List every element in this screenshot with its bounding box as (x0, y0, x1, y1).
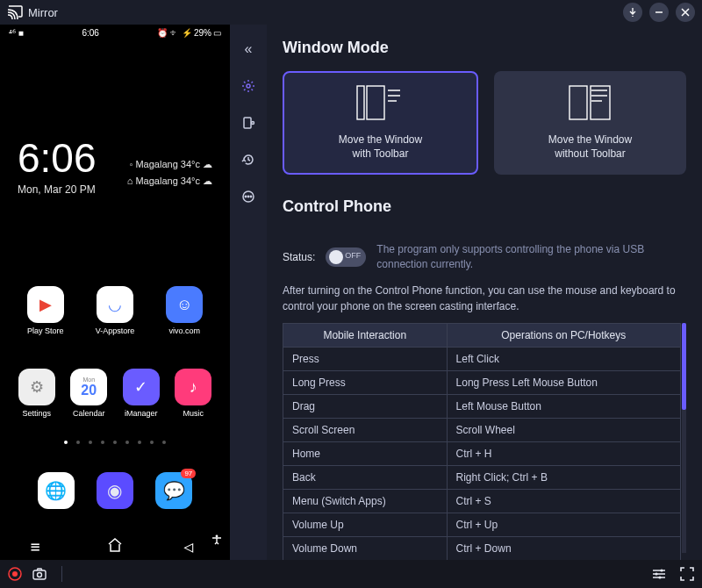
phone-navbar: ≡ ◁ (0, 537, 230, 553)
battery-icon: ▭ (213, 28, 221, 38)
windowmode-with-toolbar[interactable]: Move the Window with Toolbar (283, 71, 478, 175)
table-cell: Menu (Switch Apps) (283, 489, 448, 513)
app-icon: ▶ (27, 286, 64, 323)
controls-button[interactable] (651, 566, 667, 582)
controlphone-desc: After turning on the Control Phone funct… (283, 283, 686, 314)
table-cell: Ctrl + Up (447, 513, 680, 536)
scrollbar-thumb[interactable] (682, 323, 686, 411)
table-cell: Ctrl + H (447, 441, 680, 465)
titlebar: Mirror (0, 0, 702, 25)
sidebar-item-settings[interactable] (236, 74, 261, 98)
fullscreen-icon (679, 566, 695, 582)
sidebar-item-more[interactable] (236, 184, 261, 209)
table-cell: Ctrl + Down (447, 536, 680, 560)
table-cell: Scroll Wheel (447, 418, 680, 441)
statusbar-time: 6:06 (82, 28, 98, 38)
table-cell: Long Press Left Mouse Button (447, 370, 680, 394)
status-message: The program only supports controlling th… (376, 242, 686, 272)
menu-icon[interactable]: ≡ (31, 537, 47, 553)
windowmode-without-toolbar[interactable]: Move the Window without Toolbar (494, 71, 686, 175)
statusbar-icons: ⏰ ᯤ ⚡ (157, 28, 192, 38)
app-icon: ✓ (123, 369, 160, 405)
page-dot (76, 441, 80, 444)
cast-icon (7, 5, 23, 19)
controlphone-toggle[interactable]: OFF (326, 247, 366, 267)
toggle-knob (329, 250, 343, 264)
page-dot (138, 441, 141, 444)
windowmode-title: Window Mode (283, 39, 686, 57)
battery-percent: 29% (194, 28, 211, 38)
sidebar-collapse[interactable]: « (236, 37, 261, 61)
home-icon[interactable] (107, 537, 123, 553)
settings-sidebar: « (230, 25, 267, 560)
app-item[interactable]: ▶Play Store (21, 286, 70, 335)
app-item[interactable]: ♪Music (168, 369, 218, 418)
app-item[interactable]: ⚙Settings (12, 369, 61, 418)
app-item[interactable]: Mon20Calendar (64, 369, 113, 418)
table-row: Scroll ScreenScroll Wheel (283, 418, 681, 441)
svg-point-18 (658, 576, 661, 578)
sidebar-item-record[interactable] (236, 111, 261, 135)
dock-icon[interactable]: 💬97 (155, 472, 192, 509)
app-logo: Mirror (7, 5, 58, 19)
table-cell: Ctrl + S (447, 489, 680, 513)
dock: 🌐◉💬97 (0, 472, 230, 509)
svg-point-0 (216, 535, 218, 538)
screenshot-button[interactable] (32, 566, 47, 582)
app-item[interactable]: ✓iManager (117, 369, 166, 418)
close-button[interactable] (676, 3, 695, 22)
table-row: Volume UpCtrl + Up (283, 513, 681, 536)
table-cell: Scroll Screen (283, 418, 448, 441)
weather-widget: ◦ Magalang 34°c ☁ ⌂ Magalang 34°c ☁ (127, 159, 212, 196)
accessibility-icon[interactable] (211, 534, 223, 549)
back-icon[interactable]: ◁ (183, 537, 199, 553)
phone-preview[interactable]: ⁴⁶ ■ 6:06 ⏰ ᯤ ⚡ 29% ▭ 6:06 Mon, Mar 20 P… (0, 25, 230, 560)
table-row: Menu (Switch Apps)Ctrl + S (283, 489, 681, 513)
dock-icon[interactable]: ◉ (97, 472, 133, 509)
table-cell: Back (283, 465, 448, 489)
table-row: PressLeft Click (283, 347, 681, 370)
pin-icon (627, 7, 638, 18)
signal-indicator: ⁴⁶ ■ (9, 28, 24, 38)
col-pc: Operations on PC/Hotkeys (447, 323, 680, 347)
with-toolbar-icon (356, 85, 405, 120)
windowmode-card-label: Move the Window with Toolbar (339, 133, 422, 161)
table-cell: Volume Up (283, 513, 448, 536)
history-icon (241, 153, 255, 167)
svg-point-5 (245, 196, 246, 197)
app-icon: ♪ (175, 369, 211, 405)
camera-icon (32, 566, 47, 582)
clock-widget: 6:06 Mon, Mar 20 PM ◦ Magalang 34°c ☁ ⌂ … (0, 138, 230, 196)
sidebar-item-history[interactable] (236, 147, 261, 172)
table-scrollbar[interactable] (682, 323, 686, 553)
dock-icon[interactable]: 🌐 (38, 472, 75, 509)
svg-rect-14 (33, 570, 46, 579)
fullscreen-button[interactable] (679, 566, 695, 582)
app-item[interactable]: ☺vivo.com (160, 286, 209, 335)
app-row-2: ⚙SettingsMon20Calendar✓iManager♪Music (0, 369, 230, 418)
app-icon: Mon20 (70, 369, 107, 405)
close-icon (680, 7, 691, 18)
windowmode-card-label: Move the Window without Toolbar (548, 133, 632, 161)
sliders-icon (651, 566, 667, 582)
app-label: vivo.com (169, 326, 201, 335)
app-icon: ☺ (166, 286, 203, 323)
controlphone-status-row: Status: OFF The program only supports co… (283, 242, 686, 272)
app-icon: ◡ (97, 286, 133, 323)
minimize-button[interactable] (649, 3, 669, 22)
record-button[interactable] (7, 566, 23, 582)
bottombar-divider (61, 566, 62, 582)
page-dot (89, 441, 92, 444)
notification-badge: 97 (181, 469, 196, 478)
app-label: Settings (22, 409, 51, 418)
table-cell: Left Mouse Button (447, 394, 680, 418)
app-label: V-Appstore (96, 326, 135, 335)
record-icon (7, 566, 23, 582)
app-label: iManager (125, 409, 158, 418)
toggle-label: OFF (345, 251, 361, 260)
table-cell: Volume Down (283, 536, 448, 560)
app-label: Play Store (27, 326, 64, 335)
col-mobile: Mobile Interaction (283, 323, 448, 347)
app-item[interactable]: ◡V-Appstore (90, 286, 140, 335)
pin-button[interactable] (623, 3, 642, 22)
